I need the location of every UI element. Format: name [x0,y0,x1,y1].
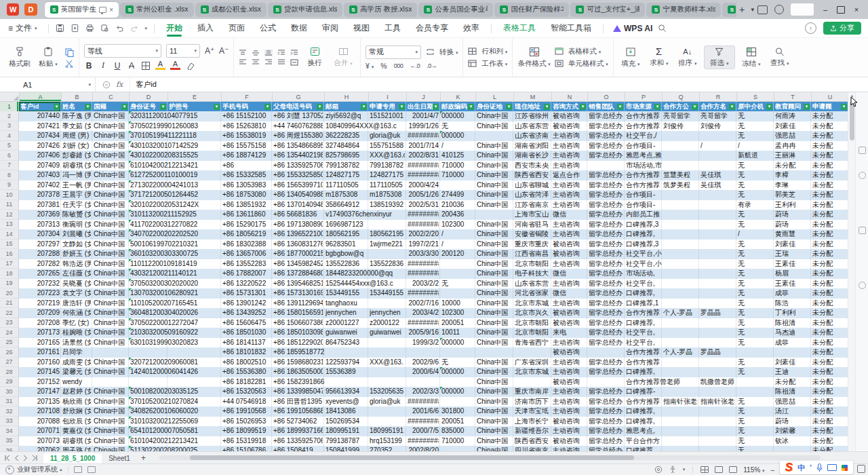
tab-审阅[interactable]: 审阅 [315,19,346,37]
cell[interactable]: 被动咨询 [551,121,587,132]
cell[interactable]: China中国 [475,318,513,328]
cell[interactable]: 96283501 [324,240,368,250]
cell[interactable]: 370502199901260083 [129,121,167,132]
header-cell[interactable]: 身份证地▼ [475,102,513,112]
share-button[interactable]: 分享 [823,22,861,35]
cell[interactable]: 327484864 [324,141,368,151]
cell[interactable]: 合作项目- [625,141,662,151]
cell[interactable]: 207434 [19,131,61,141]
header-cell[interactable]: 合作方名▼ [699,102,736,112]
cell[interactable]: 留学总经办 [587,121,625,132]
cell[interactable]: 799138787 [324,436,368,446]
column-header-O[interactable]: O [588,92,625,101]
cell[interactable]: 吴佳琪 [699,170,736,180]
filter-dropdown-icon[interactable]: ▼ [841,104,847,110]
header-cell[interactable]: 姓名▼ [61,102,92,112]
last-sheet-icon[interactable] [32,455,38,461]
cell[interactable]: 2003/2/2 [406,279,440,289]
cell[interactable]: 654101200007050581 [129,426,167,436]
add-sheet-button[interactable]: + [141,453,146,463]
file-tab[interactable]: S国任财产保险样本.x [494,3,569,17]
cell[interactable]: 蔚玚 [774,220,811,230]
cell[interactable]: 207088 [19,417,61,427]
cell[interactable]: 200051 [440,318,475,328]
rows-cols-button[interactable]: 行和列 ▾ [468,47,507,56]
filter-dropdown-icon[interactable]: ▼ [654,104,660,110]
paste-button[interactable]: 粘贴 ▾ [36,46,60,69]
cell[interactable]: 王一帆 (男 [61,180,92,191]
row-header-21[interactable]: 21 [0,299,19,309]
cell[interactable]: 无 [736,210,774,220]
cell[interactable]: 2000/6/4 [406,367,440,377]
cell[interactable]: 北京市朝阳 [513,259,551,269]
cell[interactable]: +86 15290175 [221,220,272,230]
cell[interactable]: 留学总经办 [587,220,625,230]
cell[interactable]: China中国 [475,288,513,299]
cell[interactable]: ######### [406,436,440,446]
row-header-36[interactable]: 36 [0,446,19,451]
header-cell[interactable]: 合作方公▼ [662,102,699,112]
freeze-button[interactable]: 冻结 ▾ [739,47,764,69]
cell[interactable]: 207421 [19,121,61,132]
cell[interactable]: 天津市宝坻 [513,406,551,417]
column-header-I[interactable]: I [369,92,407,101]
cell[interactable]: 山东省聊城 [513,180,551,191]
cell[interactable]: 主动咨询 [551,446,587,451]
filter-dropdown-icon[interactable]: ▼ [85,104,91,110]
cell[interactable] [440,180,475,191]
conditional-format-button[interactable]: 条件格式 ▾ [517,47,550,69]
cell[interactable]: 142401200006041426 [129,367,167,377]
cell[interactable]: 合作项目- [625,190,662,200]
cell[interactable]: 2002/8/20 [406,446,440,451]
cell[interactable]: 1997/2/21 [406,240,440,250]
cell[interactable]: China中国 [92,299,129,309]
filter-dropdown-icon[interactable]: ▼ [544,104,550,110]
cell[interactable]: 未分配 [811,190,848,200]
cell[interactable]: 207208 [19,318,61,328]
cell[interactable]: 被动咨询 [551,417,587,427]
cell[interactable]: 135522836 [324,259,368,269]
cell[interactable]: 刘妍 (女) [61,141,92,151]
sheet-tab-11_28_5_1000[interactable]: 11_28_5_1000 [43,453,102,463]
filter-dropdown-icon[interactable]: ▼ [317,104,323,110]
filter-dropdown-icon[interactable]: ▼ [54,104,60,110]
cell[interactable]: 未分配 [811,200,848,210]
layout-switch-icon[interactable] [757,5,768,14]
cell[interactable]: 180995191 [324,426,368,436]
cell[interactable]: 口碑推荐,3 [625,220,662,230]
header-cell[interactable]: 教育顾问▼ [774,102,811,112]
cell[interactable]: 成雨雯 (女 [61,358,92,368]
cell[interactable]: 主动咨询 [551,367,587,377]
status-icon-2[interactable] [87,466,96,473]
column-header-T[interactable]: T [774,92,812,101]
column-header-A[interactable]: A [20,92,62,101]
cell[interactable]: 000000 [440,131,475,141]
cell[interactable]: China中国 [92,318,129,328]
font-size-select[interactable]: 11▾ [166,44,200,58]
cell[interactable]: 207402 [19,180,61,191]
cell[interactable]: 陈敏赟 (女 [61,210,92,220]
cell[interactable]: China中国 [475,240,513,250]
file-tab[interactable]: S公务员国企事业单位 [418,3,493,17]
cell[interactable]: 杨欣雨 (女 [61,397,92,407]
cell[interactable]: 主动咨询 [551,220,587,230]
cell[interactable]: 2002/5/31 [406,200,440,210]
cell[interactable]: 李琳 [774,180,811,191]
cell[interactable]: China中国 [92,358,129,368]
cell[interactable]: 口碑推荐, [625,406,662,417]
cell[interactable]: 赵君婷 (女 [61,387,92,397]
cell[interactable]: 207219 [19,299,61,309]
cell[interactable]: 青海省西宁 [513,338,551,348]
cell[interactable]: 207378 [19,190,61,200]
header-cell[interactable]: 申请顾▼ [811,102,848,112]
globe-icon[interactable] [774,5,784,14]
header-cell[interactable]: 申请专用▼ [368,102,406,112]
cell[interactable]: China中国 [92,328,129,338]
align-left-icon[interactable] [239,59,247,66]
cell[interactable]: +86 18099519 [221,426,272,436]
cell[interactable]: 周子路 (女 [61,446,92,451]
cell[interactable]: 180995191 [368,426,406,436]
header-cell[interactable]: 护照号▼ [167,102,221,112]
cell[interactable]: +86 15319918 [221,436,272,446]
cell[interactable]: +86 1354866895 [272,141,324,151]
